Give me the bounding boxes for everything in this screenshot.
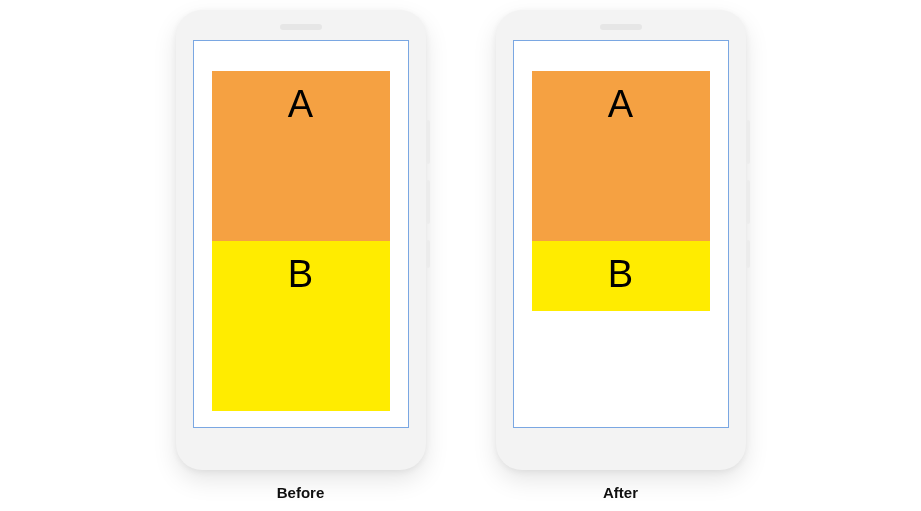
phone-side-button bbox=[746, 120, 750, 164]
box-b: B bbox=[212, 241, 390, 411]
caption-after: After bbox=[603, 484, 638, 501]
phone-side-button bbox=[746, 240, 750, 268]
phone-screen: A B bbox=[193, 40, 409, 428]
caption-before: Before bbox=[277, 484, 325, 501]
phone-side-button bbox=[426, 120, 430, 164]
phone-mockup-before: A B bbox=[176, 10, 426, 470]
phone-side-button bbox=[746, 180, 750, 224]
before-panel: A B Before bbox=[176, 10, 426, 501]
layout-content: A B bbox=[212, 71, 390, 411]
box-a: A bbox=[532, 71, 710, 241]
phone-mockup-after: A B bbox=[496, 10, 746, 470]
phone-side-button bbox=[426, 240, 430, 268]
box-b: B bbox=[532, 241, 710, 311]
layout-content: A B bbox=[532, 71, 710, 311]
phone-earpiece bbox=[280, 24, 322, 30]
phone-earpiece bbox=[600, 24, 642, 30]
phone-side-button bbox=[426, 180, 430, 224]
box-a: A bbox=[212, 71, 390, 241]
phone-screen: A B bbox=[513, 40, 729, 428]
after-panel: A B After bbox=[496, 10, 746, 501]
